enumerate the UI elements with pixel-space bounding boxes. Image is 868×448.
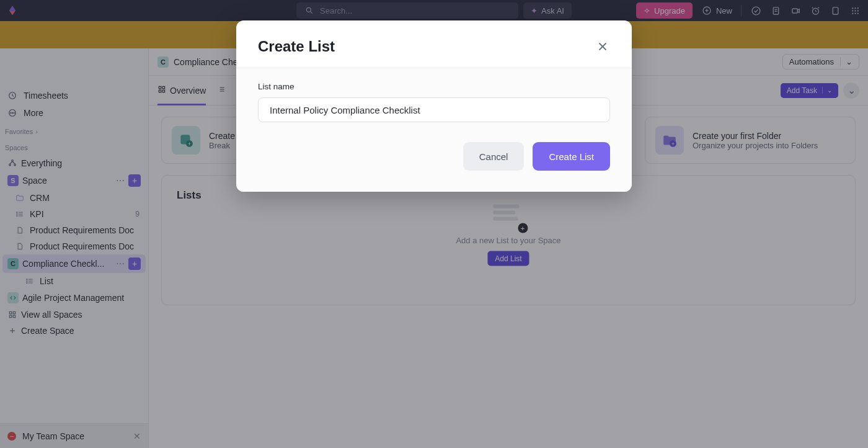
modal-backdrop[interactable]: Create List List name Cancel Create List bbox=[0, 0, 868, 448]
modal-body: List name bbox=[236, 68, 632, 128]
modal-footer: Cancel Create List bbox=[236, 128, 632, 192]
list-name-input[interactable] bbox=[258, 97, 610, 122]
modal-header: Create List bbox=[236, 20, 632, 68]
create-list-modal: Create List List name Cancel Create List bbox=[236, 20, 632, 192]
modal-title: Create List bbox=[258, 38, 335, 55]
list-name-label: List name bbox=[258, 82, 610, 91]
create-list-button[interactable]: Create List bbox=[533, 142, 610, 171]
modal-close-button[interactable] bbox=[595, 39, 610, 54]
cancel-button[interactable]: Cancel bbox=[463, 142, 525, 171]
